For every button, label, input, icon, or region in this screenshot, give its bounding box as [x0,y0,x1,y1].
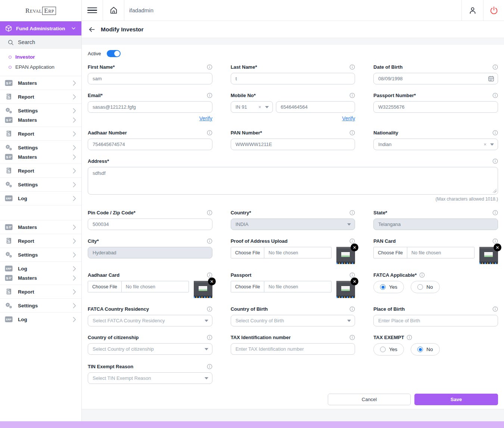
proof-of-address-thumbnail[interactable]: ✕ [336,247,355,264]
sidebar-item-settings[interactable]: Settings [0,248,81,261]
email-input[interactable] [88,101,212,113]
settings-icon [5,107,13,114]
citizenship-select[interactable]: Select Country of citizenship [88,343,212,355]
fatca-yes-radio[interactable]: Yes [373,281,404,293]
field-country-of-birth: Country of Birth Select Country of Birth [231,306,355,326]
sidebar-item-log[interactable]: Log [0,191,81,205]
home-icon [109,6,118,15]
chevron-down-icon [205,348,208,350]
logout-button[interactable] [483,0,504,21]
remove-file-icon[interactable]: ✕ [494,244,501,251]
sidebar-item-epan-application[interactable]: EPAN Application [0,62,81,72]
tax-exempt-yes-radio[interactable]: Yes [373,343,404,356]
nationality-select[interactable]: Indian × [373,139,498,150]
passport-file-input[interactable]: Choose File No file chosen [231,281,332,292]
pan-number-input[interactable] [231,139,355,150]
sidebar-item-masters[interactable]: Masters [5,153,76,160]
radio-icon [417,347,423,352]
settings-icon [5,251,13,258]
passport-thumbnail[interactable]: ✕ [336,281,355,298]
mobile-verify-link[interactable]: Verify [342,115,355,121]
field-proof-of-address: Proof of Address Upload Choose File No f… [231,238,355,264]
sidebar-search-input[interactable]: Search [0,35,81,49]
sidebar-item-log[interactable]: Log [0,312,81,326]
chevron-down-icon [205,320,208,322]
pan-card-thumbnail[interactable]: ✕ [479,247,498,264]
masters-icon [5,80,13,86]
report-icon [5,167,13,174]
hamburger-menu-button[interactable] [82,0,103,21]
masters-icon [5,224,13,230]
tin-input[interactable] [231,343,355,355]
sidebar-item-report[interactable]: Report [0,234,81,248]
aadhaar-card-file-input[interactable]: Choose File No file chosen [88,281,189,292]
tin-exempt-reason-select[interactable]: Select TIN Exempt Reason [88,372,212,384]
mobile-number-input[interactable] [276,101,355,113]
address-textarea[interactable]: sdfsdf [88,167,498,195]
tax-exempt-no-radio[interactable]: No [411,343,439,356]
dob-input[interactable] [373,73,498,84]
log-icon [5,195,13,202]
state-label: State* [373,210,387,215]
back-arrow-icon[interactable] [88,26,96,33]
field-state: State* [373,210,498,230]
sidebar-item-settings[interactable]: Settings [5,107,76,114]
sidebar-item-masters[interactable]: Masters [0,76,81,90]
sidebar-item-masters[interactable]: Masters [0,220,81,234]
chevron-right-icon [73,275,76,281]
field-passport-number: Passport Number* [373,92,498,122]
chevron-right-icon [73,182,76,187]
module-selector[interactable]: Fund Administration [0,21,81,35]
user-icon [468,6,477,15]
pincode-input[interactable] [88,218,212,230]
sidebar-item-report[interactable]: Report [0,127,81,140]
sidebar-item-settings[interactable]: Settings [0,177,81,191]
aadhaar-card-thumbnail[interactable]: ✕ [194,281,212,298]
field-aadhaar-number: Aadhaar Number [88,130,212,150]
home-button[interactable] [103,0,124,21]
last-name-input[interactable] [231,73,355,84]
user-profile-button[interactable] [461,0,483,21]
fatca-no-radio[interactable]: No [411,281,439,293]
pan-card-file-input[interactable]: Choose File No file chosen [373,247,475,258]
chevron-right-icon [73,303,76,308]
fatca-country-select[interactable]: Select FATCA Country Residency [88,315,212,326]
place-of-birth-input[interactable] [373,315,498,326]
clear-icon[interactable]: × [258,104,261,110]
first-name-input[interactable] [88,73,212,84]
calendar-icon[interactable] [488,75,494,82]
info-icon [349,130,355,136]
remove-file-icon[interactable]: ✕ [208,277,216,285]
passport-number-input[interactable] [373,101,498,113]
info-icon [207,335,212,340]
active-label: Active [88,51,101,56]
cancel-button[interactable]: Cancel [328,394,411,405]
sidebar-item-investor[interactable]: Investor [0,52,81,62]
email-verify-link[interactable]: Verify [199,115,212,121]
sidebar-item-settings[interactable]: Settings [5,144,76,151]
topbar: ifadadmin [82,0,504,21]
sidebar-item-report[interactable]: Report [0,285,81,298]
active-toggle[interactable] [107,50,121,57]
save-button[interactable]: Save [414,394,498,405]
country-code-select[interactable]: IN 91 × [231,101,273,113]
sidebar-item-report[interactable]: Report [0,164,81,177]
remove-file-icon[interactable]: ✕ [351,244,358,251]
main-area: ifadadmin Modify Investor Active First N… [82,0,504,421]
info-icon [419,272,425,278]
country-of-birth-select[interactable]: Select Country of Birth [231,315,355,326]
remove-file-icon[interactable]: ✕ [351,277,358,285]
info-icon [349,272,355,278]
country-of-birth-label: Country of Birth [231,306,268,312]
clear-icon[interactable]: × [483,142,486,147]
sidebar-item-report[interactable]: Report [0,90,81,103]
sidebar-item-masters[interactable]: Masters [5,117,76,123]
info-icon [349,335,355,340]
aadhaar-number-input[interactable] [88,139,212,150]
fatca-applicable-label: FATCA Applicable* [373,272,417,278]
sidebar-item-log[interactable]: Log [5,265,76,272]
sidebar-item-masters[interactable]: Masters [5,275,76,281]
proof-of-address-file-input[interactable]: Choose File No file chosen [231,247,332,258]
sidebar-item-settings[interactable]: Settings [0,298,81,312]
chevron-down-icon [347,223,351,226]
